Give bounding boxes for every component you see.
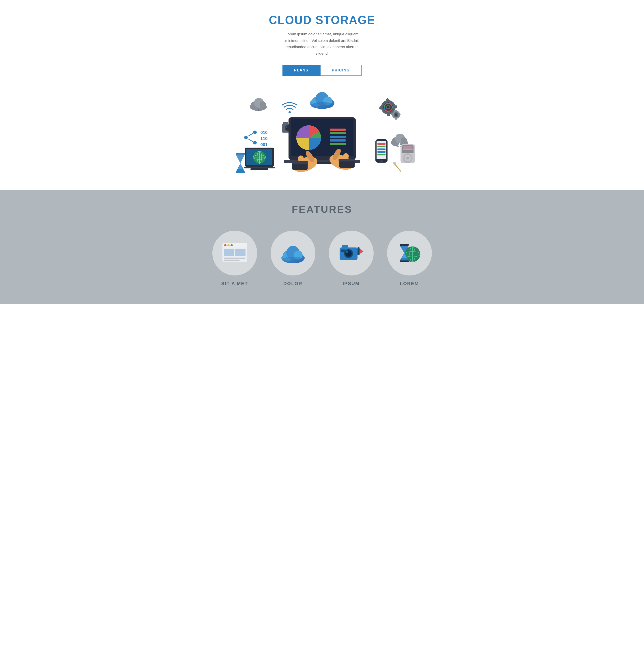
svg-point-83 xyxy=(401,137,407,144)
svg-rect-33 xyxy=(236,153,245,155)
svg-point-4 xyxy=(311,102,333,109)
svg-point-8 xyxy=(260,101,266,108)
svg-marker-35 xyxy=(236,155,245,163)
svg-rect-109 xyxy=(235,249,245,256)
svg-point-106 xyxy=(227,244,230,246)
svg-rect-97 xyxy=(378,149,386,150)
svg-rect-43 xyxy=(330,136,346,138)
svg-point-92 xyxy=(406,157,409,160)
main-cloud-icon xyxy=(307,89,337,111)
svg-rect-98 xyxy=(378,151,386,153)
svg-point-11 xyxy=(288,111,291,113)
features-title: FEATURES xyxy=(4,204,640,215)
pricing-button[interactable]: PRICING xyxy=(320,65,362,76)
svg-rect-111 xyxy=(224,259,240,261)
feature-label-sit-a-met: SIT A MET xyxy=(221,281,248,286)
hero-title: CLOUD STORAGE xyxy=(4,13,640,27)
svg-rect-124 xyxy=(341,249,345,252)
svg-rect-96 xyxy=(378,146,386,147)
hero-section: CLOUD STORAGE Lorem ipsum dolor sit amet… xyxy=(0,0,644,190)
laptop-left-icon xyxy=(244,147,279,174)
svg-marker-122 xyxy=(359,248,364,254)
svg-line-15 xyxy=(248,133,253,137)
svg-rect-89 xyxy=(403,149,413,150)
hourglass-left-icon xyxy=(235,152,246,175)
feature-label-ipsum: IPSUM xyxy=(343,281,360,286)
svg-point-12 xyxy=(244,136,248,139)
feature-circle-cloud xyxy=(271,231,315,275)
svg-point-79 xyxy=(395,114,397,116)
feature-label-lorem: LOREM xyxy=(400,281,419,286)
svg-rect-88 xyxy=(403,146,413,148)
features-grid: SIT A MET DOL xyxy=(210,231,434,286)
feature-circle-browser xyxy=(212,231,257,275)
svg-rect-41 xyxy=(330,129,346,131)
grey-cloud-icon xyxy=(248,96,268,112)
svg-rect-57 xyxy=(339,159,355,162)
svg-rect-101 xyxy=(393,162,396,164)
svg-rect-32 xyxy=(250,168,268,170)
svg-rect-108 xyxy=(224,249,234,256)
share-icon xyxy=(244,130,257,146)
feature-item-dolor: DOLOR xyxy=(271,231,315,286)
svg-rect-121 xyxy=(342,245,348,248)
usb-cable-icon xyxy=(392,161,403,173)
feature-circle-hourglass-globe xyxy=(387,231,432,275)
svg-rect-130 xyxy=(400,244,409,246)
hands-icon xyxy=(292,139,355,175)
svg-rect-95 xyxy=(378,143,386,145)
gears-icon xyxy=(376,97,401,121)
hero-description: Lorem ipsum dolor sit amet, ubique aliqu… xyxy=(279,31,365,57)
svg-point-100 xyxy=(380,160,383,162)
svg-rect-78 xyxy=(391,114,393,115)
feature-label-dolor: DOLOR xyxy=(283,281,302,286)
feature-circle-camera xyxy=(329,231,374,275)
plans-button[interactable]: PLANS xyxy=(282,65,320,76)
hero-buttons: PLANS PRICING xyxy=(4,65,640,76)
svg-point-107 xyxy=(230,244,233,246)
phone-icon xyxy=(375,139,388,164)
svg-marker-37 xyxy=(238,163,243,169)
svg-rect-123 xyxy=(358,247,360,255)
svg-rect-31 xyxy=(244,167,275,168)
svg-rect-76 xyxy=(395,118,397,120)
feature-item-ipsum: IPSUM xyxy=(329,231,374,286)
svg-rect-99 xyxy=(378,154,386,156)
svg-rect-52 xyxy=(292,161,308,164)
svg-point-14 xyxy=(253,141,257,145)
feature-item-sit-a-met: SIT A MET xyxy=(212,231,257,286)
svg-rect-131 xyxy=(400,260,409,262)
feature-item-lorem: LOREM xyxy=(387,231,432,286)
wifi-icon xyxy=(282,100,297,117)
svg-point-105 xyxy=(224,244,226,246)
svg-point-13 xyxy=(253,131,257,134)
svg-rect-34 xyxy=(236,172,245,173)
svg-rect-75 xyxy=(395,110,397,112)
svg-point-72 xyxy=(387,106,389,109)
illustration: 010110001 xyxy=(221,87,423,181)
binary-text: 010110001 xyxy=(260,130,268,148)
svg-point-116 xyxy=(282,257,304,263)
svg-point-120 xyxy=(346,251,348,253)
svg-line-16 xyxy=(248,139,253,142)
svg-rect-42 xyxy=(330,132,346,134)
svg-rect-77 xyxy=(399,114,401,115)
svg-rect-110 xyxy=(224,257,245,259)
features-section: FEATURES xyxy=(0,190,644,304)
